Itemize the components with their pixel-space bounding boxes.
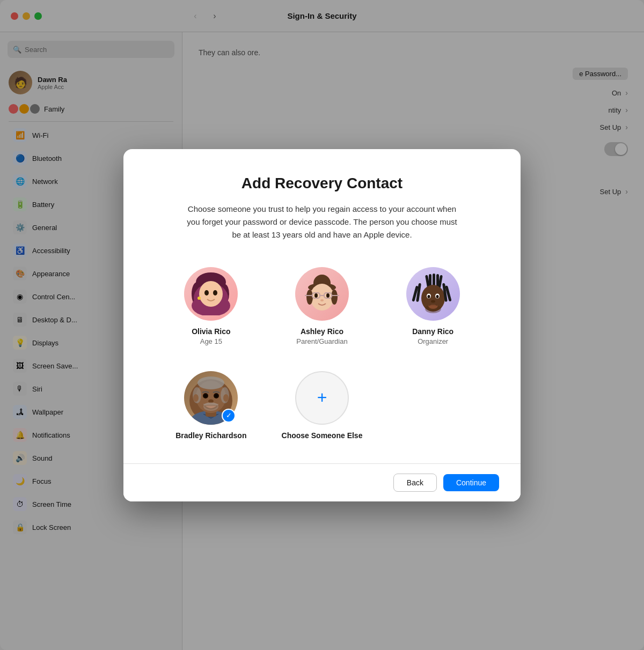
choose-name: Choose Someone Else — [282, 431, 363, 440]
svg-point-37 — [431, 300, 435, 302]
svg-point-51 — [204, 394, 207, 397]
danny-name: Danny Rico — [412, 327, 453, 336]
bradley-avatar-wrap: ✓ — [184, 371, 238, 425]
svg-point-14 — [331, 290, 338, 305]
modal-title: Add Recovery Contact — [156, 175, 488, 192]
svg-point-21 — [326, 293, 330, 298]
svg-point-36 — [436, 295, 438, 298]
modal-description: Choose someone you trust to help you reg… — [182, 203, 462, 241]
svg-point-39 — [425, 305, 441, 313]
ashley-subtitle: Parent/Guardian — [296, 337, 347, 345]
olivia-avatar-wrap — [184, 267, 238, 321]
svg-point-12 — [310, 284, 334, 311]
svg-point-48 — [223, 394, 229, 402]
contacts-grid-top: Olivia Rico Age 15 — [156, 261, 488, 352]
ashley-avatar — [295, 267, 349, 321]
svg-point-20 — [314, 293, 318, 298]
svg-point-9 — [197, 297, 201, 300]
olivia-avatar — [184, 267, 238, 321]
ashley-name: Ashley Rico — [301, 327, 343, 336]
empty-cell — [377, 365, 488, 446]
svg-point-13 — [306, 290, 313, 305]
svg-point-35 — [427, 295, 430, 298]
contact-olivia[interactable]: Olivia Rico Age 15 — [156, 261, 267, 352]
contact-choose[interactable]: + Choose Someone Else — [267, 365, 378, 446]
svg-point-6 — [199, 281, 223, 307]
back-button[interactable]: Back — [393, 474, 437, 492]
bradley-name: Bradley Richardson — [175, 431, 246, 440]
danny-avatar — [406, 267, 460, 321]
svg-point-22 — [320, 299, 324, 301]
contact-danny[interactable]: Danny Rico Organizer — [377, 261, 488, 352]
svg-point-47 — [193, 394, 199, 402]
continue-button[interactable]: Continue — [443, 474, 499, 491]
bradley-check-badge: ✓ — [222, 409, 236, 423]
svg-point-52 — [215, 394, 218, 397]
choose-avatar-wrap: + — [295, 371, 349, 425]
svg-point-7 — [204, 290, 209, 296]
modal: Add Recovery Contact Choose someone you … — [123, 149, 521, 501]
contacts-grid-bottom: ✓ Bradley Richardson + Choose Someone El… — [156, 365, 488, 446]
svg-point-8 — [213, 290, 217, 296]
danny-subtitle: Organizer — [418, 337, 448, 345]
plus-icon: + — [317, 388, 327, 408]
contact-ashley[interactable]: Ashley Rico Parent/Guardian — [267, 261, 378, 352]
modal-body: Add Recovery Contact Choose someone you … — [123, 149, 521, 463]
choose-avatar: + — [295, 371, 349, 425]
danny-avatar-wrap — [406, 267, 460, 321]
olivia-subtitle: Age 15 — [200, 337, 222, 345]
modal-footer: Back Continue — [123, 463, 521, 501]
olivia-name: Olivia Rico — [192, 327, 230, 336]
contact-bradley[interactable]: ✓ Bradley Richardson — [156, 365, 267, 446]
modal-overlay: Add Recovery Contact Choose someone you … — [0, 0, 644, 650]
ashley-avatar-wrap — [295, 267, 349, 321]
svg-point-44 — [197, 376, 224, 389]
